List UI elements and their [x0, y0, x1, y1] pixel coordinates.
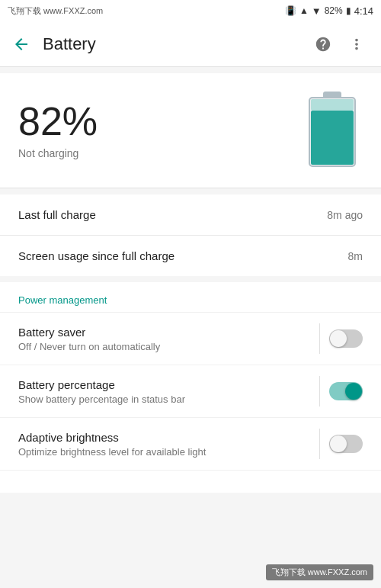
battery-icon-status: ▮ [346, 5, 351, 16]
last-full-charge-value: 8m ago [327, 209, 363, 221]
svg-rect-2 [311, 111, 354, 165]
battery-saver-text: Battery saver Off / Never turn on automa… [18, 326, 319, 352]
battery-percentage: 82% [18, 101, 98, 141]
menu-button[interactable] [344, 32, 369, 56]
battery-graphic [302, 88, 363, 172]
info-section: Last full charge 8m ago Screen usage sin… [0, 194, 381, 276]
toggle-divider-3 [319, 429, 320, 459]
adaptive-brightness-toggle[interactable] [329, 435, 363, 453]
time-display: 4:14 [354, 5, 373, 17]
battery-saver-track [329, 329, 363, 348]
settings-section: Power management Battery saver Off / Nev… [0, 282, 381, 493]
status-bar-left-text: 飞翔下载 www.FXXZ.com [8, 5, 103, 17]
page-title: Battery [43, 34, 299, 54]
battery-percentage-title: Battery percentage [18, 378, 310, 391]
wifi-icon: ▼ [312, 5, 322, 17]
power-management-header: Power management [0, 282, 381, 312]
battery-saver-thumb [330, 330, 347, 347]
status-bar: 飞翔下载 www.FXXZ.com 📳 ▲ ▼ 82% ▮ 4:14 [0, 0, 381, 21]
battery-percentage-toggle[interactable] [329, 382, 363, 400]
battery-text-section: 82% Not charging [18, 101, 98, 159]
adaptive-brightness-row: Adaptive brightness Optimize brightness … [0, 417, 381, 470]
battery-percentage-row: Battery percentage Show battery percenta… [0, 365, 381, 417]
battery-saver-toggle[interactable] [329, 329, 363, 348]
vibrate-icon: 📳 [285, 5, 296, 16]
last-full-charge-label: Last full charge [18, 208, 96, 221]
adaptive-brightness-track [329, 435, 363, 453]
last-full-charge-row: Last full charge 8m ago [0, 194, 381, 236]
app-bar-actions [311, 32, 369, 56]
battery-saver-title: Battery saver [18, 326, 310, 339]
battery-percentage-subtitle: Show battery percentage in status bar [18, 394, 310, 405]
adaptive-brightness-subtitle: Optimize brightness level for available … [18, 446, 310, 458]
svg-rect-3 [311, 99, 354, 111]
adaptive-brightness-thumb [330, 435, 347, 452]
status-bar-right: 📳 ▲ ▼ 82% ▮ 4:14 [285, 5, 373, 17]
toggle-divider [319, 323, 320, 354]
screen-usage-value: 8m [348, 250, 363, 262]
more-settings-row [0, 470, 381, 493]
app-bar: Battery [0, 21, 381, 67]
help-button[interactable] [311, 32, 335, 56]
battery-percentage-text: Battery percentage Show battery percenta… [18, 378, 319, 405]
adaptive-brightness-text: Adaptive brightness Optimize brightness … [18, 431, 319, 458]
watermark: 飞翔下载 www.FXXZ.com [266, 564, 373, 580]
battery-card: 82% Not charging [0, 73, 381, 188]
battery-percentage-track [329, 382, 363, 400]
screen-usage-label: Screen usage since full charge [18, 249, 174, 262]
battery-charge-status: Not charging [18, 147, 98, 159]
screen-usage-row: Screen usage since full charge 8m [0, 236, 381, 276]
adaptive-brightness-title: Adaptive brightness [18, 431, 310, 444]
back-button[interactable] [12, 35, 30, 53]
signal-icon: ▲ [299, 5, 309, 16]
battery-saver-subtitle: Off / Never turn on automatically [18, 341, 310, 352]
toggle-divider-2 [319, 376, 320, 406]
battery-percentage-thumb [345, 383, 362, 400]
battery-saver-row: Battery saver Off / Never turn on automa… [0, 312, 381, 365]
battery-percent-status: 82% [325, 5, 343, 16]
